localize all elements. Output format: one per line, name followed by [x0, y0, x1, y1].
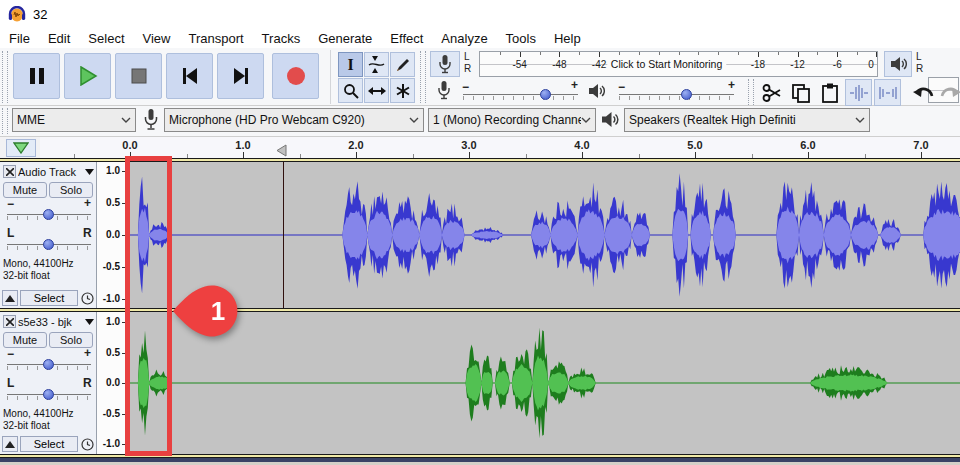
record-button[interactable] — [272, 53, 319, 99]
vscale-label: 0.5 — [106, 197, 120, 208]
pause-button[interactable] — [13, 53, 60, 99]
meter-tick — [778, 52, 779, 55]
chevron-down-icon — [581, 117, 591, 123]
undo-button[interactable] — [910, 79, 936, 106]
track2-waveform[interactable] — [127, 312, 960, 454]
track1-close-button[interactable] — [3, 165, 16, 178]
track2-collapse-button[interactable] — [2, 436, 18, 452]
copy-button[interactable] — [787, 79, 814, 106]
play-button[interactable] — [64, 53, 111, 99]
play-volume-thumb[interactable] — [681, 89, 692, 100]
track1-waveform[interactable] — [127, 162, 960, 308]
silence-audio-button[interactable] — [874, 79, 901, 106]
device-toolbar-grip[interactable] — [2, 108, 8, 134]
redo-button[interactable] — [938, 79, 960, 106]
vscale-label: 0.0 — [106, 377, 120, 388]
ruler-label-0.0: 0.0 — [122, 139, 137, 151]
vscale-label: 1.0 — [106, 165, 120, 176]
meter-db-label: -42 — [592, 59, 606, 70]
record-meter[interactable]: -54-48-42-18-12-60Click to Start Monitor… — [479, 51, 878, 77]
ruler-label-4.0: 4.0 — [574, 139, 589, 151]
stop-button[interactable] — [115, 53, 162, 99]
draw-tool-button[interactable] — [390, 52, 415, 77]
clock-icon — [81, 292, 94, 305]
track1-sync-lock[interactable] — [80, 290, 95, 306]
play-icon — [78, 66, 98, 86]
timeline-ruler[interactable]: 0.01.02.03.04.05.06.07.0 — [40, 137, 960, 160]
menu-item-file[interactable]: File — [0, 29, 39, 48]
track2-mute-button[interactable]: Mute — [3, 332, 47, 348]
track2-control-panel: s5e33 - bjk Mute Solo − + L R Mono, 4410… — [0, 312, 97, 454]
track2-close-button[interactable] — [3, 315, 16, 328]
menu-item-select[interactable]: Select — [79, 29, 133, 48]
track2-pan-thumb[interactable] — [43, 389, 54, 400]
monitor-text[interactable]: Click to Start Monitoring — [607, 58, 726, 70]
edit-toolbar-grip[interactable] — [748, 79, 754, 105]
vscale-tick — [122, 235, 126, 236]
track2-sync-lock[interactable] — [80, 436, 95, 452]
trim-audio-button[interactable] — [845, 79, 872, 106]
menu-item-transport[interactable]: Transport — [179, 29, 252, 48]
track2-select-button[interactable]: Select — [20, 436, 78, 452]
menu-item-tools[interactable]: Tools — [497, 29, 545, 48]
skip-to-start-button[interactable] — [166, 53, 213, 99]
menu-item-effect[interactable]: Effect — [381, 29, 432, 48]
meter-db-label: -48 — [552, 59, 566, 70]
output-device-combo[interactable]: Speakers (Realtek High Definiti — [624, 108, 870, 132]
vscale-tick — [122, 299, 126, 300]
track2-vertical-ruler[interactable]: 1.00.50.0-0.5-1.0 — [97, 312, 127, 454]
output-device-value: Speakers (Realtek High Definiti — [629, 113, 855, 127]
vscale-label: -1.0 — [103, 293, 120, 304]
paste-button[interactable] — [816, 79, 843, 106]
close-icon — [6, 168, 14, 176]
track1-format: Mono, 44100Hz — [3, 258, 74, 270]
vscale-tick — [122, 171, 126, 172]
track2-gain-thumb[interactable] — [43, 359, 54, 370]
selection-tool-button[interactable]: I — [338, 52, 363, 77]
track1-collapse-button[interactable] — [2, 290, 18, 306]
record-volume-slider[interactable] — [463, 94, 578, 95]
undo-icon — [912, 85, 934, 101]
transport-toolbar-grip[interactable] — [2, 51, 8, 103]
record-volume-ticks — [463, 96, 578, 100]
meter-db-label: -6 — [833, 59, 842, 70]
track1-gain-thumb[interactable] — [43, 209, 54, 220]
menu-item-analyze[interactable]: Analyze — [432, 29, 496, 48]
meter-tick — [559, 52, 560, 57]
play-volume-slider[interactable] — [619, 94, 734, 95]
track1-pan-thumb[interactable] — [43, 239, 54, 250]
track1-select-button[interactable]: Select — [20, 290, 78, 306]
input-device-value: Microphone (HD Pro Webcam C920) — [169, 113, 409, 127]
record-meter-channel-labels: L R — [464, 51, 471, 75]
track1-pan-right: R — [83, 228, 92, 238]
record-channels-combo[interactable]: 1 (Mono) Recording Channe — [428, 108, 596, 132]
ibeam-icon: I — [347, 56, 353, 74]
meter-toolbar-grip[interactable] — [420, 51, 426, 103]
menu-item-view[interactable]: View — [134, 29, 180, 48]
cut-button[interactable] — [758, 79, 785, 106]
menu-item-tracks[interactable]: Tracks — [253, 29, 310, 48]
audio-host-combo[interactable]: MME — [12, 108, 136, 132]
menu-item-generate[interactable]: Generate — [309, 29, 381, 48]
timeshift-tool-button[interactable] — [364, 78, 389, 103]
track1-mute-button[interactable]: Mute — [3, 182, 47, 198]
zoom-tool-button[interactable] — [338, 78, 363, 103]
chevron-down-icon — [121, 117, 131, 123]
menu-item-help[interactable]: Help — [545, 29, 590, 48]
track1-vertical-ruler[interactable]: 1.00.50.0-0.5-1.0 — [97, 162, 127, 308]
menu-bar: FileEditSelectViewTransportTracksGenerat… — [0, 28, 960, 48]
track2-name-menu[interactable]: s5e33 - bjk — [18, 314, 94, 329]
menu-item-edit[interactable]: Edit — [39, 29, 79, 48]
skip-to-end-button[interactable] — [217, 53, 264, 99]
pin-playhead-button[interactable] — [6, 139, 36, 157]
record-volume-thumb[interactable] — [540, 89, 551, 100]
meter-tick — [758, 52, 759, 57]
track1-bitdepth: 32-bit float — [3, 270, 50, 282]
record-meter-button[interactable] — [430, 51, 460, 77]
track1-name-menu[interactable]: Audio Track — [18, 164, 94, 179]
input-device-combo[interactable]: Microphone (HD Pro Webcam C920) — [164, 108, 424, 132]
multi-tool-button[interactable] — [390, 78, 415, 103]
play-meter-button[interactable] — [884, 51, 912, 77]
envelope-tool-button[interactable] — [364, 52, 389, 77]
play-meter-channel-labels: L R — [916, 51, 923, 75]
